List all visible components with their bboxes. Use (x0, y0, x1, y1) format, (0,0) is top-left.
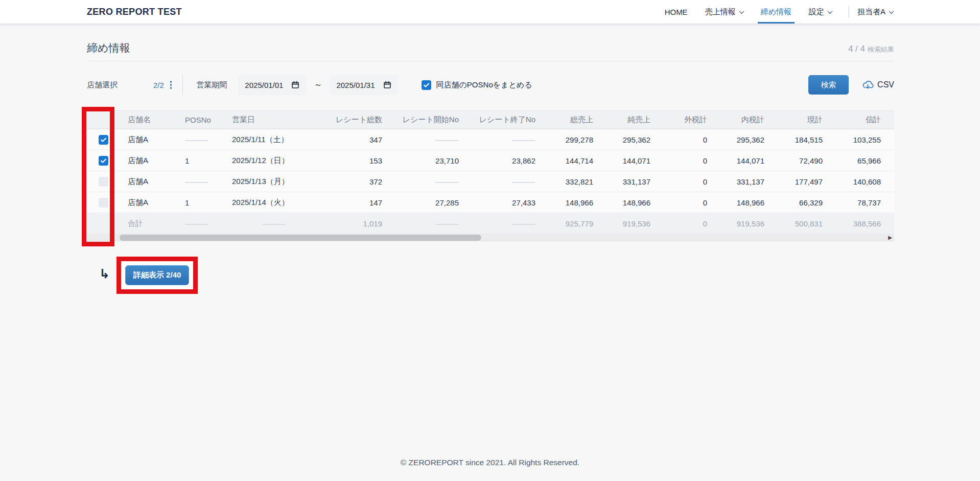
chevron-down-icon (828, 9, 833, 14)
date-from-value: 2025/01/01 (245, 81, 283, 89)
row-checkbox[interactable] (99, 135, 108, 145)
empty-dash (262, 224, 286, 225)
copyright-text: © ZEROREPORT since 2021. All Rights Rese… (401, 458, 579, 467)
row-checkbox[interactable] (99, 156, 108, 166)
nav-item-0[interactable]: HOME (656, 0, 696, 24)
cell-col-2 (224, 219, 326, 228)
scrollbar-right-arrow-icon[interactable]: ▶ (888, 234, 892, 241)
csv-download-button[interactable]: CSV (862, 80, 894, 90)
cell-col-8: 0 (661, 156, 717, 165)
cell-col-7: 純売上 (603, 115, 661, 125)
search-button[interactable]: 検索 (808, 75, 849, 95)
row-checkbox-cell (87, 156, 120, 166)
cell-col-8: 0 (661, 135, 717, 144)
cell-col-3: レシート総数 (326, 115, 392, 125)
result-count-label: 検索結果 (868, 45, 894, 53)
nav-item-label: HOME (665, 8, 688, 16)
annotation-box-detail-button: 詳細表示 2/40 (116, 257, 198, 294)
cell-col-10: 72,490 (775, 156, 833, 165)
cell-col-9: 内税計 (717, 115, 775, 125)
empty-dash (512, 140, 535, 141)
cell-col-5: 27,433 (469, 198, 546, 207)
cell-col-1: 1 (177, 198, 224, 207)
calendar-icon (291, 81, 299, 89)
chevron-down-icon (739, 9, 744, 14)
merge-posno-checkbox-group[interactable]: 同店舗のPOSNoをまとめる (422, 80, 532, 90)
cell-col-4: 27,285 (392, 198, 469, 207)
scrollbar-thumb[interactable] (120, 235, 481, 241)
cell-col-4: レシート開始No (392, 115, 469, 125)
kebab-menu-icon[interactable] (169, 79, 174, 90)
main-nav: HOME売上情報締め情報設定 (656, 0, 841, 24)
cell-col-4 (392, 135, 469, 144)
cell-col-5: 23,862 (469, 156, 546, 165)
cell-col-0: 店舗A (120, 177, 177, 187)
date-from-input[interactable]: 2025/01/01 (238, 75, 306, 95)
cell-col-8: 0 (661, 219, 717, 228)
cell-col-11: 103,255 (833, 135, 891, 144)
cell-col-1 (177, 135, 224, 144)
chevron-down-icon (889, 9, 894, 14)
date-to-input[interactable]: 2025/01/31 (330, 75, 398, 95)
table-row-1: 店舗A12025/1/12（日）15323,71023,862144,71414… (87, 150, 894, 171)
filter-divider (182, 75, 183, 95)
cell-col-11: 78,737 (833, 198, 891, 207)
cell-col-1: POSNo (177, 116, 224, 124)
row-checkbox[interactable] (99, 198, 108, 208)
cell-col-11: 140,608 (833, 177, 891, 186)
cell-col-6: 332,821 (546, 177, 603, 186)
cell-col-7: 148,966 (603, 198, 661, 207)
cell-col-7: 331,137 (603, 177, 661, 186)
cell-col-9: 919,536 (717, 219, 775, 228)
table-body: 店舗名POSNo営業日レシート総数レシート開始Noレシート終了No総売上純売上外… (87, 110, 894, 234)
csv-label: CSV (877, 80, 894, 89)
closing-info-table: 店舗名POSNo営業日レシート総数レシート開始Noレシート終了No総売上純売上外… (87, 110, 894, 241)
cell-col-4 (392, 177, 469, 186)
cell-col-11: 65,966 (833, 156, 891, 165)
page-title: 締め情報 (87, 41, 130, 54)
table-row-0: 店舗A2025/1/11（土）347299,278295,3620295,362… (87, 129, 894, 150)
cell-col-11: 信計 (833, 115, 891, 125)
cell-col-1 (177, 219, 224, 228)
cell-col-0: 店舗A (120, 135, 177, 145)
cell-col-0: 店舗A (120, 156, 177, 166)
table-header-row: 店舗名POSNo営業日レシート総数レシート開始Noレシート終了No総売上純売上外… (87, 110, 894, 129)
merge-posno-label: 同店舗のPOSNoをまとめる (436, 80, 532, 90)
page-footer: © ZEROREPORT since 2021. All Rights Rese… (0, 458, 980, 467)
cell-col-3: 347 (326, 135, 392, 144)
nav-item-1[interactable]: 売上情報 (696, 0, 752, 24)
cell-col-0: 合計 (120, 219, 177, 228)
cell-col-8: 外税計 (661, 115, 717, 125)
cell-col-9: 144,071 (717, 156, 775, 165)
result-count: 4 / 4 (848, 44, 865, 54)
cell-col-2: 2025/1/14（火） (224, 198, 326, 208)
row-checkbox[interactable] (99, 177, 108, 187)
cell-col-3: 1,019 (326, 219, 392, 228)
nav-item-label: 締め情報 (761, 7, 791, 17)
merge-posno-checkbox[interactable] (422, 80, 431, 90)
search-result-count: 4 / 4検索結果 (848, 44, 894, 54)
detail-view-button[interactable]: 詳細表示 2/40 (125, 265, 189, 285)
cell-col-10: 184,515 (775, 135, 833, 144)
cell-col-5 (469, 177, 546, 186)
filter-bar: 店舗選択 2/2 営業期間 2025/01/01 ～ 2025/01/31 同店… (87, 75, 894, 95)
cell-col-8: 0 (661, 177, 717, 186)
cell-col-2: 営業日 (224, 115, 326, 125)
table-row-3: 店舗A12025/1/14（火）14727,28527,433148,96614… (87, 192, 894, 213)
user-menu[interactable]: 担当者A (857, 0, 893, 24)
horizontal-scrollbar[interactable]: ▶ (87, 234, 894, 241)
empty-dash (512, 224, 535, 225)
cell-col-6: 総売上 (546, 115, 603, 125)
empty-dash (185, 224, 208, 225)
cell-col-10: 現計 (775, 115, 833, 125)
app-logo[interactable]: ZERO REPORT TEST (87, 0, 182, 24)
empty-dash (512, 182, 535, 183)
empty-dash (435, 182, 459, 183)
cell-col-6: 148,966 (546, 198, 603, 207)
nav-item-2[interactable]: 締め情報 (752, 0, 800, 24)
store-select-value[interactable]: 2/2 (153, 81, 164, 89)
store-select-label: 店舗選択 (87, 80, 118, 90)
cell-col-3: 147 (326, 198, 392, 207)
cell-col-11: 388,566 (833, 219, 891, 228)
nav-item-3[interactable]: 設定 (800, 0, 841, 24)
